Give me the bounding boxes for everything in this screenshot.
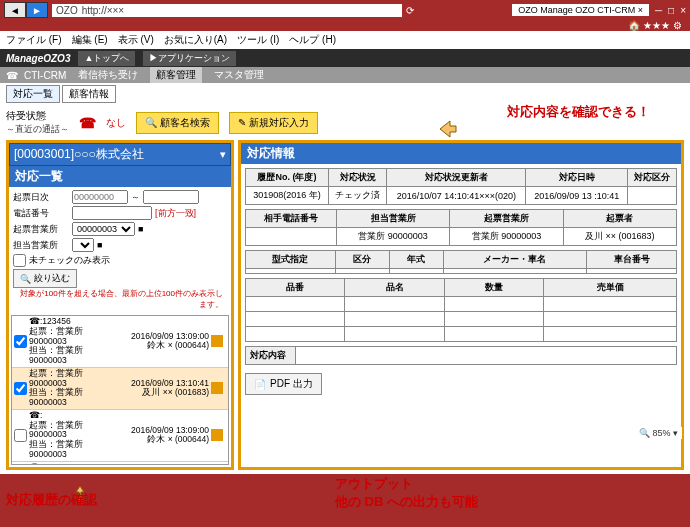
browser-tab[interactable]: OZO Manage OZO CTI-CRM × [512, 4, 649, 16]
edit-icon[interactable] [211, 335, 223, 347]
menu-view[interactable]: 表示 (V) [118, 33, 154, 47]
date-sep: ～ [131, 191, 140, 204]
refine-label: 絞り込む [34, 272, 70, 285]
new-entry-button[interactable]: ✎ 新規対応入力 [229, 112, 318, 134]
annotation-confirm: 対応内容を確認できる！ [507, 103, 650, 121]
app-bar: ManageOZO3 ▲トップへ ▶アプリケーション [0, 49, 690, 67]
zoom-status[interactable]: 🔍 85% ▾ [635, 427, 682, 439]
menu-tool[interactable]: ツール (I) [237, 33, 279, 47]
td-class [628, 187, 677, 205]
td-org: 営業所 90000003 [450, 228, 563, 246]
modtab-waiting[interactable]: 着信待ち受け [72, 67, 144, 83]
url-prefix: OZO [56, 5, 78, 16]
customer-search-button[interactable]: 🔍 顧客名検索 [136, 112, 219, 134]
th-issuer: 起票者 [563, 210, 676, 228]
edit-icon[interactable] [211, 429, 223, 441]
chevron-down-icon: ▾ [220, 148, 226, 161]
row-checkbox[interactable] [14, 382, 27, 395]
window-max[interactable]: □ [668, 5, 674, 16]
pdf-button[interactable]: 📄 PDF 出力 [245, 373, 322, 395]
td-tel [246, 228, 337, 246]
phone-input[interactable] [72, 206, 152, 220]
limit-note: 対象が100件を超える場合、最新の上位100件のみ表示します。 [13, 288, 227, 310]
right-header: 対応情報 [241, 143, 681, 164]
history-row[interactable]: ☎:123456起票：営業所 90000003担当：営業所 9000000320… [12, 316, 228, 368]
table-contact: 相手電話番号 担当営業所 起票営業所 起票者 営業所 90000003 営業所 … [245, 209, 677, 246]
left-header: 対応一覧 [9, 166, 231, 187]
history-row[interactable]: 起票：営業所 90000003担当：営業所 900000032016/09/09… [12, 368, 228, 410]
window-close[interactable]: × [680, 5, 686, 16]
new-entry-label: 新規対応入力 [249, 116, 309, 130]
row-info: ☎:起票：営業所 90000003担当：営業所 90000003 [29, 463, 119, 465]
modtab-master[interactable]: マスタ管理 [208, 67, 270, 83]
back-button[interactable]: ◄ [4, 2, 26, 18]
sub-tabs: 対応一覧 顧客情報 [0, 83, 690, 105]
favorites-row: 🏠 ★★★ ⚙ [0, 20, 690, 31]
menu-bar: ファイル (F) 編集 (E) 表示 (V) お気に入り(A) ツール (I) … [0, 31, 690, 49]
modtab-customer[interactable]: 顧客管理 [150, 67, 202, 83]
pdf-label: PDF 出力 [270, 377, 313, 391]
th-v1: 型式指定 [246, 251, 336, 269]
match-note: [前方一致] [155, 207, 196, 220]
row-info: ☎:起票：営業所 90000003担当：営業所 90000003 [29, 411, 119, 460]
forward-button[interactable]: ► [26, 2, 48, 18]
history-row[interactable]: ☎:起票：営業所 90000003担当：営業所 900000032016/09/… [12, 462, 228, 465]
refine-button[interactable]: 🔍 絞り込む [13, 269, 77, 288]
refresh-icon[interactable]: ⟳ [406, 5, 414, 16]
row-checkbox[interactable] [14, 429, 27, 442]
pencil-icon: ✎ [238, 117, 246, 128]
th-v4: メーカー・車名 [443, 251, 587, 269]
star-icons[interactable]: ★★★ [643, 20, 670, 31]
customer-search-label: 顧客名検索 [160, 116, 210, 130]
right-panel: 対応情報 履歴No. (年度) 対応状況 対応状況更新者 対応日時 対応区分 3… [238, 140, 684, 470]
pdf-icon: 📄 [254, 379, 266, 390]
menu-edit[interactable]: 編集 (E) [72, 33, 108, 47]
lbl-assign: 担当営業所 [13, 239, 69, 252]
menu-help[interactable]: ヘルプ (H) [289, 33, 336, 47]
menu-fav[interactable]: お気に入り(A) [164, 33, 227, 47]
th-status: 対応状況 [328, 169, 386, 187]
subtab-list[interactable]: 対応一覧 [6, 85, 60, 103]
crumb-app[interactable]: ▶アプリケーション [143, 51, 236, 66]
customer-select[interactable]: [00003001]○○○株式会社 ▾ [9, 143, 231, 166]
lbl-origin: 起票営業所 [13, 223, 69, 236]
history-row[interactable]: ☎:起票：営業所 90000003担当：営業所 900000032016/09/… [12, 410, 228, 462]
phone-icon: ☎ [6, 70, 18, 81]
customer-select-value: [00003001]○○○株式会社 [14, 146, 144, 163]
menu-file[interactable]: ファイル (F) [6, 33, 62, 47]
row-meta: 2016/09/09 13:10:41及川 ×× (001683) [121, 379, 209, 399]
url-text: http://××× [82, 5, 125, 16]
table-content: 対応内容 [245, 346, 677, 365]
td-histno: 301908(2016 年) [246, 187, 329, 205]
th-tel: 相手電話番号 [246, 210, 337, 228]
address-bar[interactable]: OZO http://××× [52, 4, 402, 17]
th-i1: 品番 [246, 279, 345, 297]
date-from[interactable] [72, 190, 128, 204]
wait-status: 待受状態 ～直近の通話～ [6, 109, 69, 136]
th-i4: 売単価 [544, 279, 677, 297]
window-min[interactable]: ─ [655, 5, 662, 16]
unchecked-checkbox[interactable] [13, 254, 26, 267]
crumb-top[interactable]: ▲トップへ [78, 51, 135, 66]
row-checkbox[interactable] [14, 335, 27, 348]
table-items: 品番 品名 数量 売単価 [245, 278, 677, 342]
gear-icon[interactable]: ⚙ [673, 20, 682, 31]
phone-off-icon: ☎ [79, 115, 96, 131]
th-v5: 車台番号 [587, 251, 677, 269]
th-i2: 品名 [345, 279, 444, 297]
unchecked-only[interactable]: 未チェックのみ表示 [13, 254, 227, 267]
edit-icon[interactable] [211, 382, 223, 394]
th-org: 起票営業所 [450, 210, 563, 228]
td-updater: 2016/10/07 14:10:41×××(020) [387, 187, 526, 205]
th-v3: 年式 [389, 251, 443, 269]
date-to[interactable] [143, 190, 199, 204]
th-histno: 履歴No. (年度) [246, 169, 329, 187]
table-summary: 履歴No. (年度) 対応状況 対応状況更新者 対応日時 対応区分 301908… [245, 168, 677, 205]
home-icon[interactable]: 🏠 [628, 20, 640, 31]
subtab-info[interactable]: 顧客情報 [62, 85, 116, 103]
th-datetime: 対応日時 [526, 169, 628, 187]
assign-select[interactable] [72, 238, 94, 252]
origin-select[interactable]: 00000003 [72, 222, 135, 236]
th-i3: 数量 [444, 279, 543, 297]
lbl-phone: 電話番号 [13, 207, 69, 220]
